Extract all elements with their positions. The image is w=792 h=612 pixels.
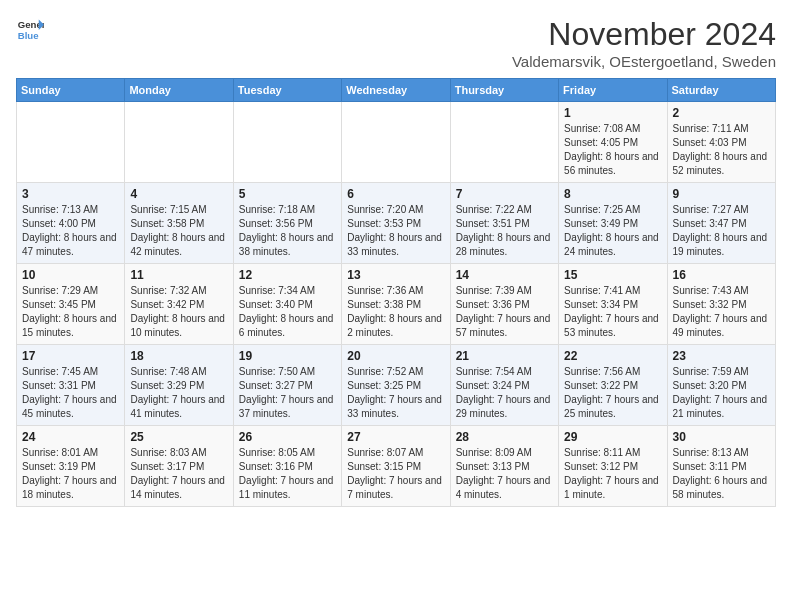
svg-text:Blue: Blue <box>18 30 39 41</box>
day-info: Sunrise: 8:13 AM Sunset: 3:11 PM Dayligh… <box>673 446 770 502</box>
day-number: 8 <box>564 187 661 201</box>
weekday-header: Wednesday <box>342 79 450 102</box>
calendar-cell <box>342 102 450 183</box>
day-number: 28 <box>456 430 553 444</box>
location-title: Valdemarsvik, OEstergoetland, Sweden <box>512 53 776 70</box>
logo: General Blue <box>16 16 44 44</box>
calendar-cell: 6Sunrise: 7:20 AM Sunset: 3:53 PM Daylig… <box>342 183 450 264</box>
day-info: Sunrise: 7:11 AM Sunset: 4:03 PM Dayligh… <box>673 122 770 178</box>
day-number: 11 <box>130 268 227 282</box>
day-number: 29 <box>564 430 661 444</box>
calendar-cell: 4Sunrise: 7:15 AM Sunset: 3:58 PM Daylig… <box>125 183 233 264</box>
day-number: 7 <box>456 187 553 201</box>
day-number: 3 <box>22 187 119 201</box>
day-info: Sunrise: 7:50 AM Sunset: 3:27 PM Dayligh… <box>239 365 336 421</box>
day-number: 5 <box>239 187 336 201</box>
day-info: Sunrise: 7:54 AM Sunset: 3:24 PM Dayligh… <box>456 365 553 421</box>
logo-icon: General Blue <box>16 16 44 44</box>
calendar-cell: 24Sunrise: 8:01 AM Sunset: 3:19 PM Dayli… <box>17 426 125 507</box>
day-info: Sunrise: 7:27 AM Sunset: 3:47 PM Dayligh… <box>673 203 770 259</box>
calendar-cell <box>17 102 125 183</box>
day-info: Sunrise: 7:20 AM Sunset: 3:53 PM Dayligh… <box>347 203 444 259</box>
weekday-header: Tuesday <box>233 79 341 102</box>
weekday-header: Saturday <box>667 79 775 102</box>
day-info: Sunrise: 7:25 AM Sunset: 3:49 PM Dayligh… <box>564 203 661 259</box>
calendar-cell: 23Sunrise: 7:59 AM Sunset: 3:20 PM Dayli… <box>667 345 775 426</box>
day-info: Sunrise: 7:39 AM Sunset: 3:36 PM Dayligh… <box>456 284 553 340</box>
calendar-cell <box>125 102 233 183</box>
day-number: 1 <box>564 106 661 120</box>
calendar-week-row: 10Sunrise: 7:29 AM Sunset: 3:45 PM Dayli… <box>17 264 776 345</box>
day-number: 16 <box>673 268 770 282</box>
calendar-cell <box>233 102 341 183</box>
calendar-header-row: SundayMondayTuesdayWednesdayThursdayFrid… <box>17 79 776 102</box>
day-number: 26 <box>239 430 336 444</box>
day-number: 18 <box>130 349 227 363</box>
calendar-cell: 13Sunrise: 7:36 AM Sunset: 3:38 PM Dayli… <box>342 264 450 345</box>
calendar-cell: 28Sunrise: 8:09 AM Sunset: 3:13 PM Dayli… <box>450 426 558 507</box>
day-number: 12 <box>239 268 336 282</box>
day-info: Sunrise: 8:09 AM Sunset: 3:13 PM Dayligh… <box>456 446 553 502</box>
day-number: 10 <box>22 268 119 282</box>
day-number: 25 <box>130 430 227 444</box>
day-info: Sunrise: 7:29 AM Sunset: 3:45 PM Dayligh… <box>22 284 119 340</box>
day-info: Sunrise: 7:13 AM Sunset: 4:00 PM Dayligh… <box>22 203 119 259</box>
calendar-cell: 3Sunrise: 7:13 AM Sunset: 4:00 PM Daylig… <box>17 183 125 264</box>
day-number: 17 <box>22 349 119 363</box>
calendar-cell: 14Sunrise: 7:39 AM Sunset: 3:36 PM Dayli… <box>450 264 558 345</box>
day-info: Sunrise: 7:43 AM Sunset: 3:32 PM Dayligh… <box>673 284 770 340</box>
day-number: 22 <box>564 349 661 363</box>
calendar-cell: 29Sunrise: 8:11 AM Sunset: 3:12 PM Dayli… <box>559 426 667 507</box>
weekday-header: Friday <box>559 79 667 102</box>
calendar-cell: 26Sunrise: 8:05 AM Sunset: 3:16 PM Dayli… <box>233 426 341 507</box>
day-number: 23 <box>673 349 770 363</box>
day-info: Sunrise: 8:11 AM Sunset: 3:12 PM Dayligh… <box>564 446 661 502</box>
calendar-cell: 30Sunrise: 8:13 AM Sunset: 3:11 PM Dayli… <box>667 426 775 507</box>
weekday-header: Thursday <box>450 79 558 102</box>
calendar-cell: 5Sunrise: 7:18 AM Sunset: 3:56 PM Daylig… <box>233 183 341 264</box>
calendar-week-row: 1Sunrise: 7:08 AM Sunset: 4:05 PM Daylig… <box>17 102 776 183</box>
month-title: November 2024 <box>512 16 776 53</box>
calendar-cell: 22Sunrise: 7:56 AM Sunset: 3:22 PM Dayli… <box>559 345 667 426</box>
day-info: Sunrise: 7:08 AM Sunset: 4:05 PM Dayligh… <box>564 122 661 178</box>
day-info: Sunrise: 7:48 AM Sunset: 3:29 PM Dayligh… <box>130 365 227 421</box>
calendar-cell: 20Sunrise: 7:52 AM Sunset: 3:25 PM Dayli… <box>342 345 450 426</box>
day-info: Sunrise: 8:03 AM Sunset: 3:17 PM Dayligh… <box>130 446 227 502</box>
day-info: Sunrise: 7:45 AM Sunset: 3:31 PM Dayligh… <box>22 365 119 421</box>
calendar-week-row: 3Sunrise: 7:13 AM Sunset: 4:00 PM Daylig… <box>17 183 776 264</box>
title-block: November 2024 Valdemarsvik, OEstergoetla… <box>512 16 776 70</box>
calendar-cell: 25Sunrise: 8:03 AM Sunset: 3:17 PM Dayli… <box>125 426 233 507</box>
calendar-week-row: 17Sunrise: 7:45 AM Sunset: 3:31 PM Dayli… <box>17 345 776 426</box>
calendar-cell: 10Sunrise: 7:29 AM Sunset: 3:45 PM Dayli… <box>17 264 125 345</box>
day-info: Sunrise: 7:18 AM Sunset: 3:56 PM Dayligh… <box>239 203 336 259</box>
calendar-cell: 16Sunrise: 7:43 AM Sunset: 3:32 PM Dayli… <box>667 264 775 345</box>
day-info: Sunrise: 7:32 AM Sunset: 3:42 PM Dayligh… <box>130 284 227 340</box>
day-info: Sunrise: 8:07 AM Sunset: 3:15 PM Dayligh… <box>347 446 444 502</box>
day-info: Sunrise: 7:41 AM Sunset: 3:34 PM Dayligh… <box>564 284 661 340</box>
calendar-cell: 2Sunrise: 7:11 AM Sunset: 4:03 PM Daylig… <box>667 102 775 183</box>
day-info: Sunrise: 8:05 AM Sunset: 3:16 PM Dayligh… <box>239 446 336 502</box>
calendar-cell: 19Sunrise: 7:50 AM Sunset: 3:27 PM Dayli… <box>233 345 341 426</box>
calendar-cell: 17Sunrise: 7:45 AM Sunset: 3:31 PM Dayli… <box>17 345 125 426</box>
calendar-cell <box>450 102 558 183</box>
day-number: 19 <box>239 349 336 363</box>
calendar-cell: 12Sunrise: 7:34 AM Sunset: 3:40 PM Dayli… <box>233 264 341 345</box>
day-info: Sunrise: 7:34 AM Sunset: 3:40 PM Dayligh… <box>239 284 336 340</box>
calendar-cell: 21Sunrise: 7:54 AM Sunset: 3:24 PM Dayli… <box>450 345 558 426</box>
calendar-cell: 11Sunrise: 7:32 AM Sunset: 3:42 PM Dayli… <box>125 264 233 345</box>
day-number: 24 <box>22 430 119 444</box>
day-info: Sunrise: 7:36 AM Sunset: 3:38 PM Dayligh… <box>347 284 444 340</box>
day-number: 13 <box>347 268 444 282</box>
day-number: 2 <box>673 106 770 120</box>
calendar-cell: 1Sunrise: 7:08 AM Sunset: 4:05 PM Daylig… <box>559 102 667 183</box>
day-info: Sunrise: 7:15 AM Sunset: 3:58 PM Dayligh… <box>130 203 227 259</box>
calendar-cell: 9Sunrise: 7:27 AM Sunset: 3:47 PM Daylig… <box>667 183 775 264</box>
day-number: 20 <box>347 349 444 363</box>
calendar-cell: 15Sunrise: 7:41 AM Sunset: 3:34 PM Dayli… <box>559 264 667 345</box>
day-number: 27 <box>347 430 444 444</box>
day-info: Sunrise: 7:22 AM Sunset: 3:51 PM Dayligh… <box>456 203 553 259</box>
day-info: Sunrise: 7:59 AM Sunset: 3:20 PM Dayligh… <box>673 365 770 421</box>
calendar-cell: 18Sunrise: 7:48 AM Sunset: 3:29 PM Dayli… <box>125 345 233 426</box>
day-number: 6 <box>347 187 444 201</box>
day-info: Sunrise: 7:52 AM Sunset: 3:25 PM Dayligh… <box>347 365 444 421</box>
